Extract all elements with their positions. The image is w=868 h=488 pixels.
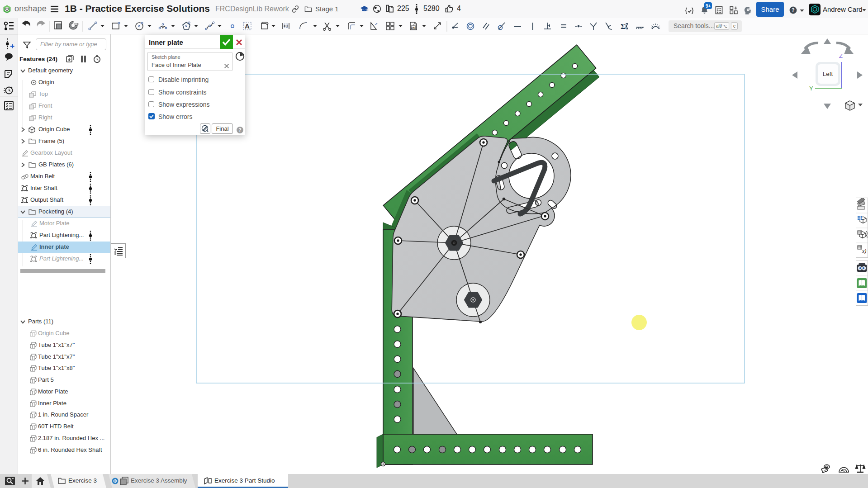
svg-text:?: ? (238, 127, 241, 133)
svg-text:A: A (245, 22, 250, 30)
svg-text:x): x) (862, 248, 866, 254)
svg-text:DXF: DXF (411, 26, 417, 29)
svg-text:Z: Z (839, 52, 843, 59)
svg-text:Σ: Σ (621, 22, 626, 31)
svg-text:?: ? (792, 7, 795, 13)
svg-text:Y: Y (809, 85, 813, 92)
svg-text:Left: Left (823, 71, 833, 77)
